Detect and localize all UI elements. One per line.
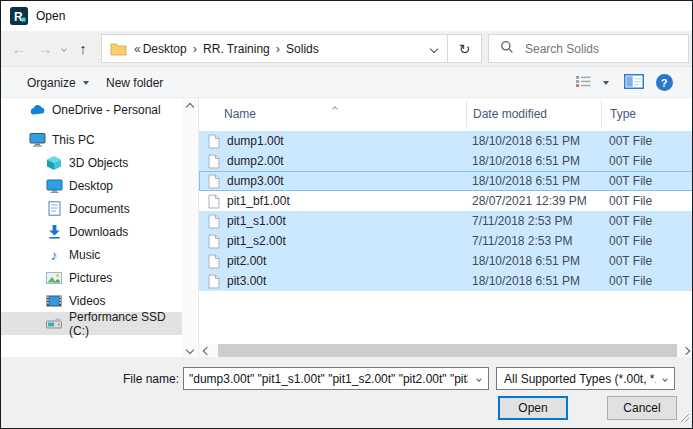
breadcrumb-item-desktop[interactable]: Desktop xyxy=(143,42,187,56)
file-name-input[interactable] xyxy=(184,371,470,387)
sidebar-item-documents[interactable]: Documents xyxy=(1,197,182,220)
sidebar-item-this-pc[interactable]: This PC xyxy=(1,128,182,151)
file-type-combobox[interactable]: All Supported Types (*.00t, *.dtr xyxy=(496,367,675,390)
window-title: Open xyxy=(36,9,65,23)
cancel-button[interactable]: Cancel xyxy=(607,396,677,420)
chevron-up-icon xyxy=(185,103,193,111)
chevron-down-icon xyxy=(61,46,67,52)
file-name: dump3.00t xyxy=(227,174,284,188)
file-name-label: File name: xyxy=(97,372,179,386)
up-button[interactable]: ↑ xyxy=(71,31,95,66)
back-button[interactable]: ← xyxy=(7,31,31,66)
up-icon: ↑ xyxy=(79,41,87,56)
table-row[interactable]: pit1_bf1.00t 28/07/2021 12:39 PM 00T Fil… xyxy=(199,191,693,211)
open-button[interactable]: Open xyxy=(498,396,568,420)
sidebar-item-label: Videos xyxy=(69,294,105,308)
address-dropdown-button[interactable] xyxy=(420,35,447,62)
sidebar-item-onedrive[interactable]: OneDrive - Personal xyxy=(1,98,182,121)
refresh-button[interactable]: ↻ xyxy=(447,34,482,63)
address-bar[interactable]: « Desktop › RR. Training › Solids xyxy=(101,34,448,63)
sidebar-item-3d-objects[interactable]: 3D Objects xyxy=(1,151,182,174)
scroll-up-button[interactable] xyxy=(182,100,197,114)
breadcrumb-item-rr-training[interactable]: RR. Training xyxy=(203,42,270,56)
scroll-down-button[interactable] xyxy=(182,343,197,357)
drive-icon xyxy=(45,317,63,330)
chevron-left-icon xyxy=(202,346,210,354)
refresh-icon: ↻ xyxy=(459,41,471,57)
file-list: dump1.00t 18/10/2018 6:51 PM 00T File du… xyxy=(199,131,693,291)
app-logo-icon: R xyxy=(10,7,28,25)
change-view-dropdown[interactable] xyxy=(597,67,615,98)
sidebar-item-performance-ssd[interactable]: Performance SSD (C:) xyxy=(1,312,182,335)
title-bar[interactable]: R Open xyxy=(1,1,692,31)
computer-icon xyxy=(28,132,46,147)
table-row[interactable]: pit1_s1.00t 7/11/2018 2:53 PM 00T File xyxy=(199,211,693,231)
file-icon xyxy=(208,274,220,289)
chevron-down-icon xyxy=(83,81,89,85)
scrollbar-thumb[interactable] xyxy=(218,344,677,357)
scroll-right-button[interactable] xyxy=(678,344,693,357)
file-type: 00T File xyxy=(601,271,693,291)
file-name: pit1_s2.00t xyxy=(227,234,286,248)
search-icon xyxy=(500,40,514,57)
breadcrumb-item-solids[interactable]: Solids xyxy=(286,42,319,56)
sidebar-scrollbar[interactable] xyxy=(182,98,197,357)
table-row[interactable]: dump2.00t 18/10/2018 6:51 PM 00T File xyxy=(199,151,693,171)
search-box[interactable] xyxy=(488,34,689,63)
column-header-date-modified[interactable]: Date modified xyxy=(466,101,601,127)
search-input[interactable] xyxy=(523,41,688,57)
details-view-icon xyxy=(575,75,592,91)
command-toolbar: Organize New folder xyxy=(1,66,692,98)
sidebar-item-pictures[interactable]: Pictures xyxy=(1,266,182,289)
table-row[interactable]: dump1.00t 18/10/2018 6:51 PM 00T File xyxy=(199,131,693,151)
recent-locations-button[interactable] xyxy=(57,31,71,66)
onedrive-cloud-icon xyxy=(28,104,46,116)
breadcrumb-overflow[interactable]: « xyxy=(134,42,143,56)
organize-button[interactable]: Organize xyxy=(19,67,97,98)
file-type: 00T File xyxy=(601,231,693,251)
downloads-icon xyxy=(45,224,63,239)
file-type-dropdown-button[interactable] xyxy=(656,368,674,389)
file-type: 00T File xyxy=(601,151,693,171)
scroll-left-button[interactable] xyxy=(199,344,214,357)
resize-grip[interactable] xyxy=(679,412,690,426)
3d-objects-icon xyxy=(45,155,63,171)
column-headers: Name Date modified Type xyxy=(199,101,693,127)
sidebar-item-desktop[interactable]: Desktop xyxy=(1,174,182,197)
sidebar-item-label: This PC xyxy=(52,133,95,147)
table-row[interactable]: pit3.00t 18/10/2018 6:51 PM 00T File xyxy=(199,271,693,291)
folder-icon xyxy=(110,42,127,56)
preview-pane-button[interactable] xyxy=(621,67,647,98)
table-row[interactable]: pit2.00t 18/10/2018 6:51 PM 00T File xyxy=(199,251,693,271)
file-name-dropdown-button[interactable] xyxy=(470,368,488,389)
desktop-icon xyxy=(45,179,63,193)
sidebar-item-downloads[interactable]: Downloads xyxy=(1,220,182,243)
file-date: 28/07/2021 12:39 PM xyxy=(466,191,601,211)
new-folder-button[interactable]: New folder xyxy=(98,67,171,98)
file-name-combobox xyxy=(183,367,489,390)
chevron-down-icon xyxy=(476,376,482,382)
help-button[interactable]: ? xyxy=(651,67,677,98)
column-header-type[interactable]: Type xyxy=(601,101,693,127)
preview-pane-icon xyxy=(624,74,644,92)
sidebar-item-label: Desktop xyxy=(69,179,113,193)
change-view-button[interactable] xyxy=(571,67,595,98)
help-icon: ? xyxy=(656,74,673,91)
sidebar-item-music[interactable]: ♪ Music xyxy=(1,243,182,266)
videos-icon xyxy=(45,295,63,307)
chevron-right-icon xyxy=(681,346,689,354)
sidebar-item-label: Performance SSD (C:) xyxy=(69,310,182,338)
file-type: 00T File xyxy=(601,171,693,191)
table-row[interactable]: pit1_s2.00t 7/11/2018 2:53 PM 00T File xyxy=(199,231,693,251)
breadcrumb-separator-icon: › xyxy=(187,41,203,56)
forward-button[interactable]: → xyxy=(33,31,57,66)
forward-icon: → xyxy=(38,41,53,56)
horizontal-scrollbar[interactable] xyxy=(199,344,693,357)
organize-label: Organize xyxy=(27,76,76,90)
pictures-icon xyxy=(45,272,63,284)
table-row[interactable]: dump3.00t 18/10/2018 6:51 PM 00T File xyxy=(199,171,693,191)
file-icon xyxy=(208,214,220,229)
file-type: 00T File xyxy=(601,251,693,271)
new-folder-label: New folder xyxy=(106,76,163,90)
file-icon xyxy=(208,174,220,189)
